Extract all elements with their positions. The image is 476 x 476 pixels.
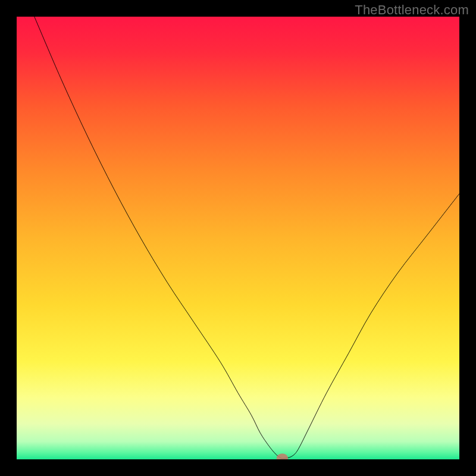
chart-frame: TheBottleneck.com xyxy=(0,0,476,476)
chart-svg xyxy=(17,17,459,459)
watermark-text: TheBottleneck.com xyxy=(355,2,469,18)
plot-area xyxy=(17,17,459,459)
